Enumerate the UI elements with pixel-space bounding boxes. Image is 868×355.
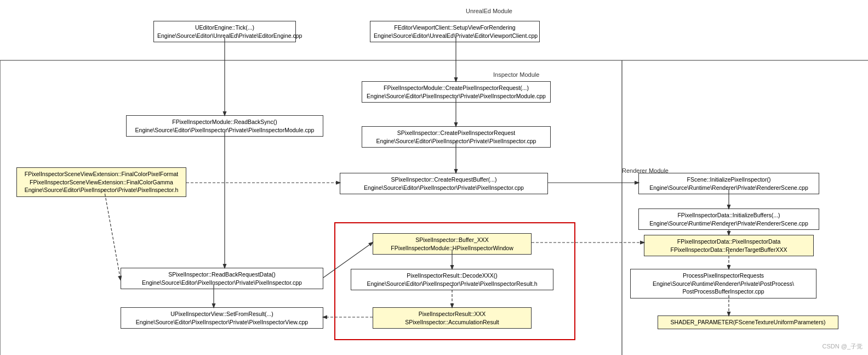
- diagram-container: UnrealEd Module Inspector Module Rendere…: [0, 0, 868, 355]
- node-fpixel-createrequest: FPixelInspectorModule::CreatePixelInspec…: [362, 81, 551, 103]
- node-fpixeldata-pixel: FPixelInspectorData::PixelInspectorData …: [644, 235, 814, 256]
- node-pixelresult-xxx: PixelInspectorResult::XXX SPixelInspecto…: [373, 307, 532, 329]
- node-spixel-buffer: SPixelInspector::Buffer_XXX FPixelInspec…: [373, 233, 532, 255]
- node-fpixeldata-init: FPixelInspectorData::InitializeBuffers(.…: [638, 209, 819, 230]
- inspector-module-label: Inspector Module: [493, 71, 539, 78]
- node-fpixel-readback: FPixelInspectorModule::ReadBackSync() En…: [126, 115, 323, 137]
- node-process-pixel: ProcessPixelInspectorRequests Engine\Sou…: [630, 269, 816, 298]
- node-shader-param: SHADER_PARAMETER(FSceneTextureUniformPar…: [658, 315, 838, 329]
- node-feditor-viewport: FEditorViewportClient::SetupViewForRende…: [370, 21, 540, 42]
- node-fpixelext-finalcolor: FPixelInspectorSceneViewExtension::Final…: [16, 167, 186, 197]
- node-spixel-createrequest: SPixelInspector::CreatePixelInspectorReq…: [362, 126, 551, 148]
- node-spixel-createbuffer: SPixelInspector::CreateRequestBuffer(...…: [340, 173, 548, 194]
- node-upixelview-setfrom: UPixelInspectorView::SetFromResult(...) …: [121, 307, 323, 329]
- node-spixel-readback: SPixelInspector::ReadBackRequestData() E…: [121, 268, 323, 289]
- node-ueditor-engine: UEditorEngine::Tick(...) Engine\Source\E…: [153, 21, 296, 42]
- svg-line-16: [104, 189, 121, 280]
- node-pixelresult-decode: PixelInspectorResult::DecodeXXX() Engine…: [351, 269, 553, 290]
- watermark: CSDN @_子觉: [822, 342, 863, 351]
- node-fscene-init: FScene::InitializePixelInspector() Engin…: [638, 173, 819, 194]
- unrealed-module-label: UnrealEd Module: [466, 8, 512, 14]
